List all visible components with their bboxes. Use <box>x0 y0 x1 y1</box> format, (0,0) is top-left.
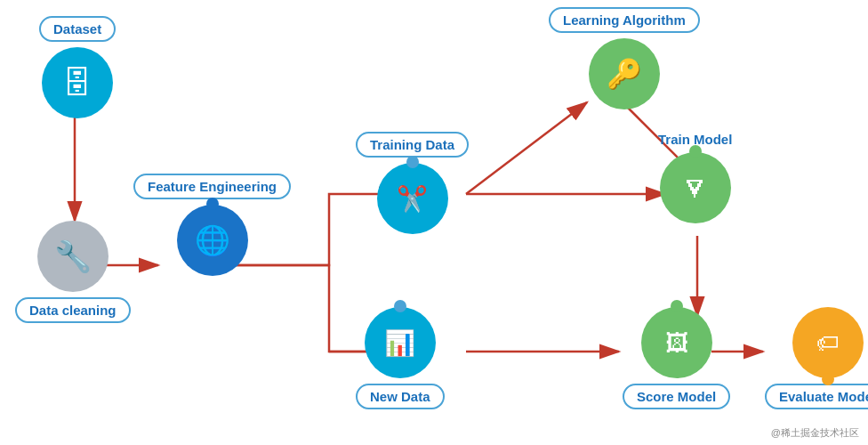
dataset-node: Dataset 🗄 <box>39 16 116 118</box>
feature-engineering-label: Feature Engineering <box>133 174 291 199</box>
feature-engineering-node: Feature Engineering 🌐 <box>133 174 291 276</box>
data-cleaning-node: 🔧 Data cleaning <box>15 221 131 323</box>
new-data-label: New Data <box>356 384 445 409</box>
evaluate-model-label: Evaluate Model <box>765 384 868 409</box>
score-model-label: Score Model <box>623 384 730 409</box>
learning-algorithm-label: Learning Algorithm <box>549 7 700 33</box>
training-data-label: Training Data <box>356 132 469 158</box>
data-cleaning-label: Data cleaning <box>15 297 131 323</box>
new-data-node: 📊 New Data <box>356 307 445 409</box>
dataset-label: Dataset <box>39 16 116 42</box>
feature-engineering-icon: 🌐 <box>177 205 248 276</box>
learning-algorithm-icon: 🔑 <box>589 38 660 109</box>
evaluate-model-icon: 🏷 <box>792 307 864 378</box>
watermark: @稀土掘金技术社区 <box>771 426 859 440</box>
score-model-node: 🖼 Score Model <box>623 307 730 409</box>
learning-algorithm-node: Learning Algorithm 🔑 <box>549 7 700 109</box>
train-model-icon: ⛛ <box>660 152 731 223</box>
training-data-node: Training Data ✂️ <box>356 132 469 234</box>
training-data-icon: ✂️ <box>377 163 448 234</box>
train-model-node: Train Model ⛛ <box>658 132 732 223</box>
new-data-icon: 📊 <box>365 307 436 378</box>
ml-diagram: Dataset 🗄 🔧 Data cleaning Feature Engine… <box>0 0 868 445</box>
dataset-icon: 🗄 <box>42 47 113 118</box>
data-cleaning-icon: 🔧 <box>37 221 108 292</box>
svg-line-4 <box>466 102 587 194</box>
score-model-icon: 🖼 <box>641 307 712 378</box>
evaluate-model-node: 🏷 Evaluate Model <box>765 307 868 409</box>
